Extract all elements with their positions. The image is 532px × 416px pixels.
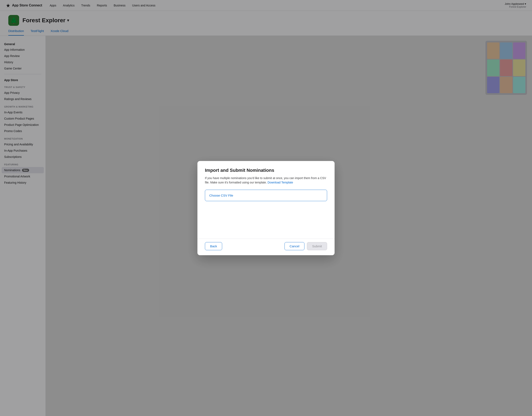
modal-footer: Back Cancel Submit	[197, 238, 335, 255]
back-button[interactable]: Back	[205, 242, 222, 250]
csv-upload-label: Choose CSV File	[209, 194, 233, 197]
modal-dialog: Import and Submit Nominations If you hav…	[197, 161, 335, 255]
modal-description-text: If you have multiple nominations you'd l…	[205, 176, 326, 184]
modal-body: Import and Submit Nominations If you hav…	[197, 161, 335, 238]
modal-spacer	[205, 204, 327, 234]
csv-upload-area[interactable]: Choose CSV File	[205, 190, 327, 201]
modal-overlay[interactable]: Import and Submit Nominations If you hav…	[0, 0, 532, 416]
modal-title: Import and Submit Nominations	[205, 168, 327, 173]
download-template-link[interactable]: Download Template	[267, 181, 293, 184]
submit-button[interactable]: Submit	[307, 242, 327, 250]
cancel-button[interactable]: Cancel	[285, 242, 305, 250]
modal-description: If you have multiple nominations you'd l…	[205, 176, 327, 185]
footer-right-buttons: Cancel Submit	[285, 242, 327, 250]
